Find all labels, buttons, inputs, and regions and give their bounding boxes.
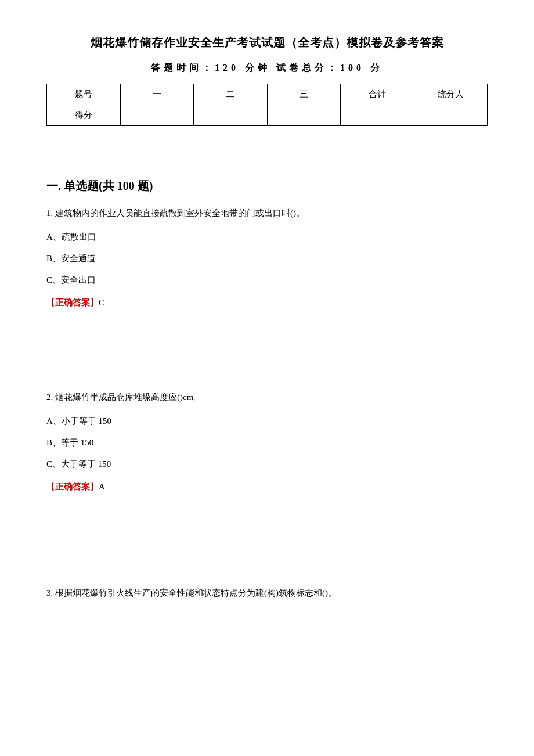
answer-2-bracket-close: 】 (90, 482, 99, 491)
question-2-option-b: B、等于 150 (46, 435, 488, 451)
main-title: 烟花爆竹储存作业安全生产考试试题（全考点）模拟卷及参考答案 (46, 35, 488, 51)
question-1: 1. 建筑物内的作业人员能直接疏散到室外安全地带的门或出口叫()。 A、疏散出口… (46, 206, 488, 308)
answer-1-bracket-open: 【 (46, 298, 55, 307)
header-cell-5: 统分人 (414, 84, 488, 105)
question-1-answer: 【正确答案】C (46, 297, 488, 308)
question-1-option-a: A、疏散出口 (46, 229, 488, 245)
answer-2-value: A (99, 482, 105, 491)
score-cell-5 (414, 105, 488, 126)
header-cell-3: 三 (267, 84, 341, 105)
score-cell-3 (267, 105, 341, 126)
question-2-answer: 【正确答案】A (46, 481, 488, 492)
table-score-row: 得分 (47, 105, 488, 126)
score-cell-4 (341, 105, 414, 126)
header-cell-2: 二 (194, 84, 268, 105)
question-1-text: 1. 建筑物内的作业人员能直接疏散到室外安全地带的门或出口叫()。 (46, 206, 488, 221)
score-cell-2 (194, 105, 268, 126)
answer-2-bracket-open: 【 (46, 482, 55, 491)
question-2-text: 2. 烟花爆竹半成品仓库堆垛高度应()cm。 (46, 390, 488, 405)
question-1-option-b: B、安全通道 (46, 251, 488, 267)
spacer-3 (46, 527, 488, 585)
answer-1-bracket-close: 】 (90, 298, 99, 307)
page-container: 烟花爆竹储存作业安全生产考试试题（全考点）模拟卷及参考答案 答题时间：120 分… (0, 0, 534, 756)
answer-1-label: 正确答案 (55, 298, 90, 307)
header-cell-1: 一 (120, 84, 194, 105)
spacer (46, 143, 488, 167)
subtitle: 答题时间：120 分钟 试卷总分：100 分 (46, 62, 488, 74)
question-2-option-c: C、大于等于 150 (46, 456, 488, 472)
question-2: 2. 烟花爆竹半成品仓库堆垛高度应()cm。 A、小于等于 150 B、等于 1… (46, 390, 488, 492)
spacer-2 (46, 343, 488, 390)
question-1-option-c: C、安全出口 (46, 272, 488, 288)
answer-1-value: C (99, 298, 104, 307)
score-label: 得分 (47, 105, 121, 126)
score-cell-1 (120, 105, 194, 126)
score-table: 题号 一 二 三 合计 统分人 得分 (46, 84, 488, 126)
header-cell-4: 合计 (341, 84, 414, 105)
table-header-row: 题号 一 二 三 合计 统分人 (47, 84, 488, 105)
question-3-text: 3. 根据烟花爆竹引火线生产的安全性能和状态特点分为建(构)筑物标志和()。 (46, 585, 488, 601)
question-3: 3. 根据烟花爆竹引火线生产的安全性能和状态特点分为建(构)筑物标志和()。 (46, 585, 488, 601)
header-cell-0: 题号 (47, 84, 121, 105)
section1-title: 一. 单选题(共 100 题) (46, 178, 488, 194)
answer-2-label: 正确答案 (55, 482, 90, 491)
question-2-option-a: A、小于等于 150 (46, 413, 488, 429)
